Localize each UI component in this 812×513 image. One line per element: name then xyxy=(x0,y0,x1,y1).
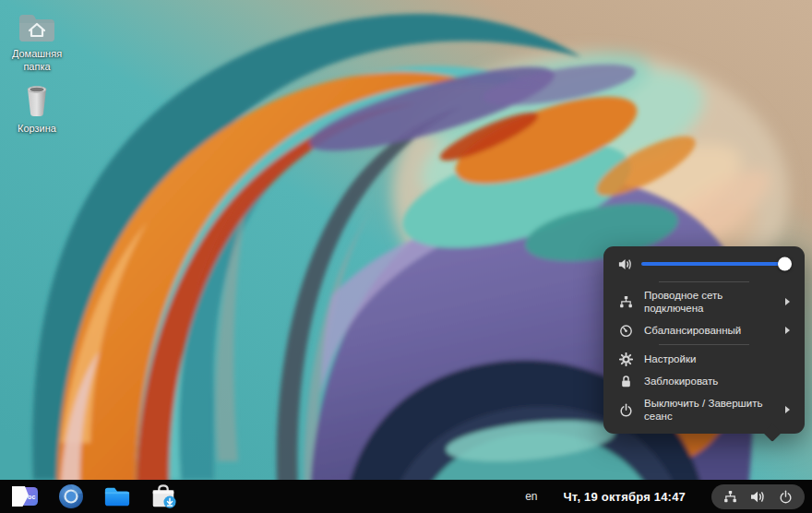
gear-icon xyxy=(618,352,633,366)
system-tray[interactable] xyxy=(711,484,805,509)
volume-slider[interactable] xyxy=(641,262,790,266)
keyboard-layout-indicator[interactable]: en xyxy=(525,490,537,503)
menu-item-network[interactable]: Проводное сеть подключена xyxy=(603,285,805,320)
quick-settings-menu: Проводное сеть подключена Сбалансированн… xyxy=(603,246,805,435)
desktop-icon-trash[interactable]: Корзина xyxy=(1,81,73,136)
submenu-arrow-icon xyxy=(785,406,790,413)
menu-divider xyxy=(659,281,749,282)
menu-item-power-profile[interactable]: Сбалансированный xyxy=(603,319,805,341)
speaker-icon xyxy=(618,257,633,271)
tray-power-icon[interactable] xyxy=(779,490,793,504)
home-folder-label: Домашняя папка xyxy=(1,48,73,74)
myoffice-icon xyxy=(11,484,39,508)
menu-item-lock[interactable]: Заблокировать xyxy=(603,370,805,392)
clock[interactable]: Чт, 19 октября 14:47 xyxy=(564,490,686,504)
power-profile-gauge-icon xyxy=(618,324,633,338)
tray-speaker-icon[interactable] xyxy=(750,490,766,504)
app-button-myoffice[interactable]: oc xyxy=(11,483,39,509)
network-wired-icon xyxy=(618,295,633,309)
volume-row xyxy=(603,255,805,279)
menu-item-settings[interactable]: Настройки xyxy=(603,348,805,370)
trash-label: Корзина xyxy=(1,123,73,136)
file-manager-icon xyxy=(103,484,131,508)
volume-slider-handle[interactable] xyxy=(778,257,792,271)
taskbar: oc xyxy=(0,480,812,513)
taskbar-status-area: en Чт, 19 октября 14:47 xyxy=(525,484,812,509)
lock-icon xyxy=(618,375,633,388)
desktop-icon-home-folder[interactable]: Домашняя папка xyxy=(1,10,73,74)
submenu-arrow-icon xyxy=(785,298,790,305)
app-button-file-manager[interactable] xyxy=(103,483,131,509)
power-icon xyxy=(618,403,633,417)
app-button-software-center[interactable] xyxy=(149,483,177,509)
taskbar-apps: oc xyxy=(0,483,177,509)
home-folder-icon xyxy=(17,10,57,45)
app-button-chromium[interactable] xyxy=(57,483,85,509)
settings-label: Настройки xyxy=(644,352,696,365)
submenu-arrow-icon xyxy=(785,327,790,334)
lock-label: Заблокировать xyxy=(644,375,718,388)
tray-network-wired-icon[interactable] xyxy=(723,490,737,504)
software-center-icon xyxy=(149,483,177,510)
trash-icon xyxy=(17,81,57,120)
network-label: Проводное сеть подключена xyxy=(644,289,757,316)
menu-divider xyxy=(659,344,749,345)
menu-item-power[interactable]: Выключить / Завершить сеанс xyxy=(603,392,805,427)
power-menu-label: Выключить / Завершить сеанс xyxy=(644,397,774,424)
chromium-icon xyxy=(58,483,84,509)
desktop: Домашняя папка Корзина xyxy=(0,0,812,480)
power-profile-label: Сбалансированный xyxy=(644,324,741,337)
